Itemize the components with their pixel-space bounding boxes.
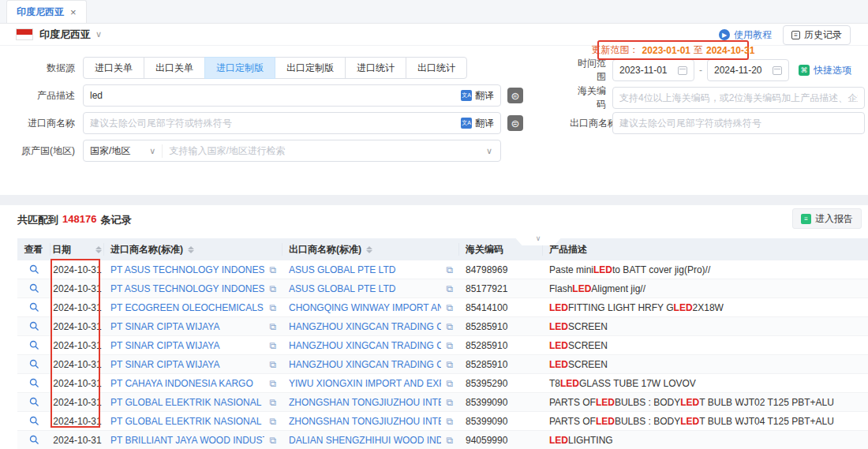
view-detail-icon[interactable]	[29, 340, 39, 350]
copy-icon[interactable]: ⧉	[446, 340, 453, 351]
translate-button[interactable]: 文A 翻译	[461, 89, 494, 103]
view-detail-icon[interactable]	[29, 264, 39, 275]
tutorial-link[interactable]: ▶ 使用教程	[719, 28, 772, 42]
update-range-to: 2024-10-31	[706, 45, 754, 56]
country-page-tab[interactable]: 印度尼西亚 ×	[6, 0, 87, 23]
table-body: 2024-10-31 PT ASUS TECHNOLOGY INDONESIA …	[17, 260, 868, 449]
importer-link[interactable]: PT SINAR CIPTA WIJAYA	[110, 340, 264, 351]
copy-icon[interactable]: ⧉	[446, 264, 453, 275]
view-detail-icon[interactable]	[29, 359, 39, 369]
importer-link[interactable]: PT ECOGREEN OLEOCHEMICALS	[110, 302, 264, 313]
table-row: 2024-10-31 PT GLOBAL ELEKTRIK NASIONAL ⧉…	[17, 393, 868, 412]
table-row: 2024-10-31 PT CAHAYA INDONESIA KARGO ⧉ Y…	[17, 374, 868, 393]
time-from-field[interactable]	[612, 59, 694, 81]
datasource-tab[interactable]: 出口关单	[144, 57, 205, 79]
importer-link[interactable]: PT CAHAYA INDONESIA KARGO	[110, 378, 264, 389]
date-cell: 2024-10-31	[51, 416, 104, 427]
importer-link[interactable]: PT SINAR CIPTA WIJAYA	[110, 359, 264, 370]
calendar-icon[interactable]	[678, 66, 687, 75]
column-header[interactable]: 日期	[51, 243, 104, 256]
datasource-tab[interactable]: 进口定制版	[204, 57, 275, 79]
view-detail-icon[interactable]	[29, 378, 39, 388]
origin-type-select[interactable]: 国家/地区 ∨	[90, 144, 163, 158]
view-detail-icon[interactable]	[29, 302, 39, 312]
quick-options-label: 快捷选项	[814, 64, 851, 77]
view-detail-icon[interactable]	[29, 416, 39, 426]
copy-icon[interactable]: ⧉	[446, 397, 453, 408]
importer-link[interactable]: PT GLOBAL ELEKTRIK NASIONAL	[110, 397, 264, 408]
exporter-name-input[interactable]	[619, 118, 858, 129]
copy-icon[interactable]: ⧉	[269, 321, 276, 332]
exporter-name-field[interactable]	[612, 112, 865, 134]
datasource-tab[interactable]: 出口定制版	[275, 57, 346, 79]
copy-icon[interactable]: ⧉	[269, 340, 276, 351]
exporter-link[interactable]: HANGZHOU XINGCAN TRADING CO LTD	[289, 359, 441, 370]
exporter-link[interactable]: YIWU XIONGXIN IMPORT AND EXPORT...	[289, 378, 441, 389]
copy-icon[interactable]: ⧉	[269, 435, 276, 446]
origin-country-field[interactable]: 国家/地区 ∨ 支持输入国家/地区进行检索 ∨	[83, 140, 501, 162]
copy-icon[interactable]: ⧉	[446, 416, 453, 427]
time-from-input[interactable]	[619, 65, 673, 76]
copy-icon[interactable]: ⧉	[269, 283, 276, 294]
hs-code-cell: 85177921	[459, 283, 543, 294]
copy-icon[interactable]: ⧉	[269, 302, 276, 313]
product-desc-field[interactable]: 文A 翻译	[83, 84, 501, 107]
sort-icon[interactable]	[95, 246, 102, 253]
chevron-down-icon[interactable]: ∨	[95, 29, 102, 39]
exporter-link[interactable]: ASUS GLOBAL PTE LTD	[289, 283, 441, 294]
sort-icon[interactable]	[188, 246, 194, 253]
calendar-icon[interactable]	[773, 66, 782, 75]
importer-link[interactable]: PT ASUS TECHNOLOGY INDONESIA BA...	[110, 283, 264, 294]
importer-name-field[interactable]: 文A 翻译	[83, 112, 501, 134]
description-cell: LED FITTING LIGHT HRFY G LED 2X18W	[543, 302, 868, 313]
importer-link[interactable]: PT SINAR CIPTA WIJAYA	[110, 321, 264, 332]
view-detail-icon[interactable]	[29, 321, 39, 331]
exporter-link[interactable]: ZHONGSHAN TONGJIUZHOU INTERNA...	[289, 416, 441, 427]
view-detail-icon[interactable]	[29, 397, 39, 407]
sort-icon[interactable]	[366, 246, 372, 253]
importer-link[interactable]: PT ASUS TECHNOLOGY INDONESIA BA...	[110, 264, 264, 275]
exporter-link[interactable]: ASUS GLOBAL PTE LTD	[289, 264, 441, 275]
exporter-link[interactable]: DALIAN SHENGZHIHUI WOOD INDUST...	[289, 435, 441, 446]
table-row: 2024-10-31 PT BRILLIANT JAYA WOOD INDUST…	[17, 431, 868, 449]
fuzzy-match-button[interactable]: ⊜	[507, 88, 523, 103]
copy-icon[interactable]: ⧉	[269, 378, 276, 389]
close-icon[interactable]: ×	[70, 6, 77, 18]
exporter-link[interactable]: ZHONGSHAN TONGJIUZHOU INTERNA...	[289, 397, 441, 408]
copy-icon[interactable]: ⧉	[269, 416, 276, 427]
copy-icon[interactable]: ⧉	[269, 359, 276, 370]
importer-link[interactable]: PT BRILLIANT JAYA WOOD INDUSTRY	[110, 435, 264, 446]
enter-report-button[interactable]: ≡ 进入报告	[792, 208, 862, 229]
translate-button[interactable]: 文A 翻译	[461, 117, 494, 130]
datasource-tab[interactable]: 进口统计	[345, 57, 406, 79]
product-desc-input[interactable]	[90, 90, 461, 101]
importer-name-input[interactable]	[90, 118, 461, 129]
importer-link[interactable]: PT GLOBAL ELEKTRIK NASIONAL	[110, 416, 264, 427]
hs-code-cell: 85285910	[459, 321, 543, 332]
copy-icon[interactable]: ⧉	[446, 359, 453, 370]
copy-icon[interactable]: ⧉	[446, 435, 453, 446]
hs-code-input[interactable]	[619, 92, 858, 103]
copy-icon[interactable]: ⧉	[446, 378, 453, 389]
hs-code-field[interactable]	[612, 87, 865, 109]
exporter-link[interactable]: HANGZHOU XINGCAN TRADING CO LTD	[289, 321, 441, 332]
view-detail-icon[interactable]	[29, 435, 39, 445]
datasource-tab[interactable]: 进口关单	[83, 57, 144, 79]
time-to-input[interactable]	[714, 65, 768, 76]
exporter-link[interactable]: HANGZHOU XINGCAN TRADING CO LTD	[289, 340, 441, 351]
copy-icon[interactable]: ⧉	[446, 321, 453, 332]
description-cell: Flash LED Aligment jig//	[543, 283, 868, 294]
column-header[interactable]: 进口商名称(标准)	[104, 243, 282, 256]
column-header[interactable]: 出口商名称(标准)	[282, 243, 459, 256]
fuzzy-match-button[interactable]: ⊜	[507, 115, 523, 131]
time-to-field[interactable]	[707, 59, 789, 81]
exporter-link[interactable]: CHONGQING WINWAY IMPORT AND E...	[289, 302, 441, 313]
quick-options-link[interactable]: ⌘ 快捷选项	[799, 64, 851, 77]
copy-icon[interactable]: ⧉	[446, 283, 453, 294]
history-button[interactable]: ≡ 历史记录	[783, 25, 851, 45]
copy-icon[interactable]: ⧉	[446, 302, 453, 313]
copy-icon[interactable]: ⧉	[269, 397, 276, 408]
datasource-tab[interactable]: 出口统计	[406, 57, 467, 79]
copy-icon[interactable]: ⧉	[269, 264, 276, 275]
view-detail-icon[interactable]	[29, 283, 39, 294]
